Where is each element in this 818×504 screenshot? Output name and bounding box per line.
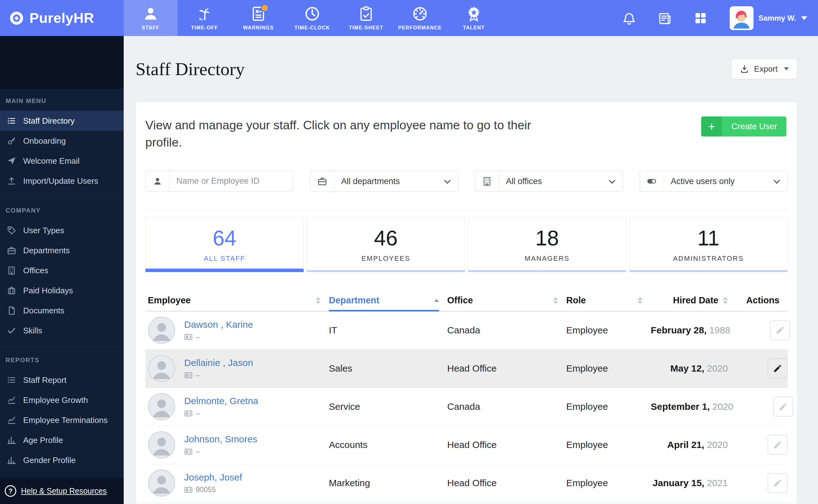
filter-group-1: All departments [310, 171, 458, 192]
sidebar-item-employee-terminations[interactable]: Employee Terminations [0, 410, 124, 430]
chevron-down-icon [801, 16, 807, 20]
sidebar-item-employee-growth[interactable]: Employee Growth [0, 390, 124, 410]
export-button[interactable]: Export [731, 59, 797, 79]
column-header-department[interactable]: Department [329, 290, 447, 311]
nav-tab-warnings[interactable]: WARNINGS [231, 0, 285, 36]
sidebar-section-title: MAIN MENU [0, 89, 124, 111]
column-header-office[interactable]: Office [447, 290, 566, 311]
employee-id: – [196, 333, 200, 341]
sort-icon[interactable] [553, 297, 558, 304]
edit-button[interactable] [768, 473, 788, 493]
column-header-actions[interactable]: Actions [736, 290, 788, 311]
edit-button[interactable] [768, 358, 788, 378]
brand-name: PurelyHR [29, 10, 94, 26]
stat-administrators[interactable]: 11 ADMINISTRATORS [629, 217, 788, 272]
nav-tab-time-sheet[interactable]: TIME-SHEET [339, 0, 393, 36]
office-cell: Head Office [447, 440, 566, 450]
sidebar-item-label: User Types [23, 226, 64, 235]
sidebar-item-age-profile[interactable]: Age Profile [0, 430, 124, 450]
id-card-icon [184, 333, 193, 341]
sidebar-item-import-update-users[interactable]: Import/Update Users [0, 171, 124, 191]
nav-tab-time-off[interactable]: TIME-OFF [177, 0, 231, 36]
toggle-icon [640, 171, 664, 192]
sort-icon[interactable] [723, 297, 728, 304]
sidebar-item-departments[interactable]: Departments [0, 240, 124, 260]
nav-tab-time-clock[interactable]: TIME-CLOCK [285, 0, 339, 36]
grid-icon[interactable] [693, 11, 708, 25]
stat-all-staff[interactable]: 64 ALL STAFF [145, 217, 304, 272]
help-link-label: Help & Setup Resources [21, 486, 107, 496]
table-row[interactable]: Joseph, Josef 90055 Marketing Head Offic… [145, 464, 788, 502]
employee-name-link[interactable]: Johnson, Smores [184, 434, 257, 445]
sidebar-section-main-menu: MAIN MENU Staff Directory Onboarding Wel… [0, 89, 124, 198]
table-row[interactable]: Delmonte, Gretna – Service Canada Employ… [145, 388, 788, 426]
warning-document-icon [250, 6, 266, 22]
navbar-right: Sammy W. [622, 0, 818, 36]
edit-button[interactable] [768, 435, 788, 455]
column-header-employee[interactable]: Employee [145, 290, 329, 311]
download-icon [740, 64, 749, 74]
sidebar-item-label: Employee Terminations [23, 415, 108, 425]
sidebar-item-skills[interactable]: Skills [0, 321, 124, 341]
table-row[interactable]: Johnson, Smores – Accounts Head Office E… [145, 426, 788, 464]
employee-name-link[interactable]: Dawson , Karine [184, 319, 253, 330]
column-header-hired-date[interactable]: Hired Date [651, 290, 736, 311]
create-user-button[interactable]: + Create User [701, 116, 786, 136]
purelyhr-logo[interactable]: PurelyHR [0, 0, 124, 36]
stats-row: 64 ALL STAFF 46 EMPLOYEES 18 MANAGERS 11… [145, 217, 788, 272]
edit-button[interactable] [773, 397, 793, 417]
sidebar-section-title: COMPANY [0, 198, 124, 220]
user-menu[interactable]: Sammy W. [730, 6, 807, 30]
sidebar-item-onboarding[interactable]: Onboarding [0, 131, 124, 151]
stat-label: ALL STAFF [146, 255, 303, 263]
palm-tree-icon [196, 6, 213, 22]
bell-icon[interactable] [622, 11, 636, 25]
sort-asc-icon[interactable] [434, 299, 439, 302]
column-header-role[interactable]: Role [566, 290, 651, 311]
nav-tab-label: TIME-CLOCK [294, 25, 330, 31]
sidebar-item-gender-profile[interactable]: Gender Profile [0, 450, 124, 470]
nav-tab-label: TIME-OFF [191, 25, 218, 31]
all-offices-select[interactable]: All offices [499, 171, 623, 192]
newspaper-icon[interactable] [658, 11, 672, 25]
sidebar-item-paid-holidays[interactable]: Paid Holidays [0, 280, 124, 301]
help-link[interactable]: ? Help & Setup Resources [0, 478, 124, 504]
sidebar-item-label: Age Profile [23, 435, 63, 445]
sidebar-item-staff-directory[interactable]: Staff Directory [0, 111, 124, 131]
sidebar-item-documents[interactable]: Documents [0, 301, 124, 321]
employee-name-link[interactable]: Joseph, Josef [184, 472, 242, 483]
sidebar-item-label: Gender Profile [23, 455, 76, 465]
table-row[interactable]: Dellainie , Jason – Sales Head Office Em… [145, 350, 788, 388]
search-input[interactable] [169, 171, 293, 192]
actions-cell [736, 358, 788, 378]
sidebar-item-staff-report[interactable]: Staff Report [0, 370, 124, 390]
user-name: Sammy W. [759, 14, 796, 23]
building-icon [476, 171, 499, 192]
page-title: Staff Directory [136, 59, 244, 80]
nav-tab-performance[interactable]: PERFORMANCE [393, 0, 447, 36]
stat-employees[interactable]: 46 EMPLOYEES [306, 217, 465, 272]
sidebar-item-welcome-email[interactable]: Welcome Email [0, 151, 124, 171]
employee-name-link[interactable]: Delmonte, Gretna [184, 396, 258, 406]
edit-button[interactable] [770, 320, 790, 340]
column-header-label: Hired Date [673, 295, 718, 306]
id-card-icon [184, 371, 193, 379]
sort-icon[interactable] [638, 297, 643, 304]
all-departments-select[interactable]: All departments [334, 171, 458, 192]
stat-managers[interactable]: 18 MANAGERS [468, 217, 626, 272]
nav-tab-talent[interactable]: TALENT [447, 0, 501, 36]
nav-tab-label: TIME-SHEET [349, 25, 383, 31]
table-row[interactable]: Dawson , Karine – IT Canada Employee Feb… [145, 311, 788, 350]
bar-chart-icon [7, 455, 16, 465]
main-content: Staff Directory Export View and manage y… [124, 36, 818, 504]
sort-icon[interactable] [316, 297, 321, 304]
nav-tab-staff[interactable]: STAFF [124, 0, 177, 36]
nav-tab-label: WARNINGS [243, 25, 274, 31]
employee-name-link[interactable]: Dellainie , Jason [184, 357, 253, 368]
active-users-only-select[interactable]: Active users only [664, 171, 787, 192]
sidebar-item-label: Documents [23, 306, 64, 316]
sidebar-item-user-types[interactable]: User Types [0, 220, 124, 240]
stat-label: MANAGERS [468, 255, 626, 263]
sidebar-item-offices[interactable]: Offices [0, 260, 124, 280]
person-silhouette-icon [148, 316, 175, 344]
